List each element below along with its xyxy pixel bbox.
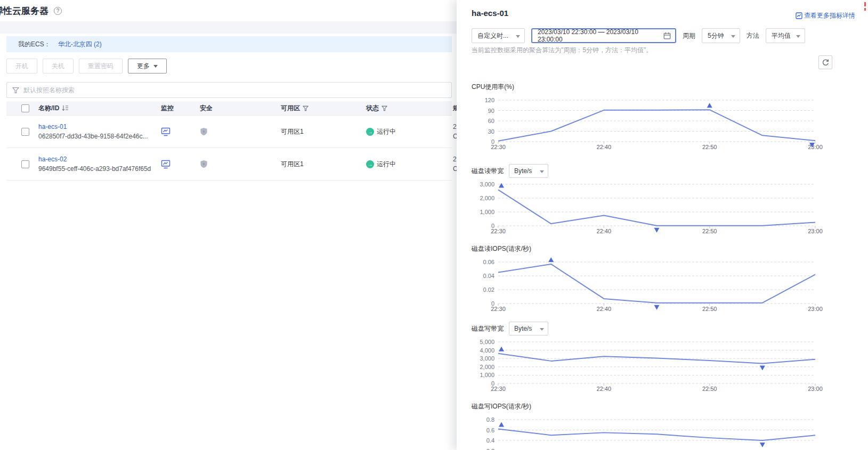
- select-all-checkbox[interactable]: [21, 104, 29, 112]
- max-marker: [707, 103, 712, 108]
- chevron-down-icon: [796, 35, 800, 38]
- col-security: 安全: [200, 104, 213, 113]
- monitor-controls: 自定义时... 2023/03/10 22:30:00 — 2023/03/10…: [472, 28, 805, 43]
- y-tick-label: 0.8: [486, 416, 494, 423]
- filter-icon: [12, 87, 19, 94]
- x-tick-label: 22:50: [702, 386, 717, 392]
- region-link[interactable]: 华北-北京四 (2): [58, 40, 102, 49]
- chevron-down-icon: [540, 328, 544, 331]
- instance-name-link[interactable]: ha-ecs-01: [38, 123, 148, 130]
- chart-unit-select[interactable]: Byte/s: [509, 322, 548, 336]
- y-tick-label: 1,000: [480, 372, 494, 378]
- min-marker: [654, 305, 660, 310]
- y-tick-label: 2,000: [480, 364, 494, 370]
- y-tick-label: 3,000: [480, 181, 494, 187]
- power-on-button[interactable]: 开机: [6, 59, 37, 73]
- drawer-title: ha-ecs-01: [472, 9, 508, 18]
- filter-icon[interactable]: [303, 105, 309, 111]
- calendar-icon: [663, 32, 671, 39]
- toolbar: 开机 关机 重置密码 更多: [6, 59, 167, 73]
- search-input[interactable]: [23, 86, 451, 94]
- method-label: 方法: [747, 31, 759, 40]
- y-tick-label: 4,000: [480, 347, 494, 354]
- chevron-down-icon: [516, 35, 520, 38]
- x-tick-label: 23:00: [808, 144, 823, 150]
- status-running-icon: →: [366, 160, 374, 168]
- table-row: ha-ecs-01 062850f7-dd3d-43be-9158-64f2e4…: [6, 116, 452, 148]
- period-label: 周期: [683, 31, 695, 40]
- filter-icon[interactable]: [382, 105, 387, 111]
- date-range-input[interactable]: 2023/03/10 22:30:00 — 2023/03/10 23:00:0…: [531, 28, 676, 43]
- page-title: 弹性云服务器: [0, 5, 48, 17]
- refresh-button[interactable]: [818, 55, 832, 69]
- min-marker: [760, 366, 765, 371]
- line-chart: 120906030022:3022:4022:5023:00: [472, 96, 845, 151]
- chart-title: 磁盘读带宽: [472, 167, 504, 176]
- chart-block: 磁盘写IOPS(请求/秒)0.80.60.40.2022:3022:4022:5…: [472, 399, 861, 450]
- time-range-select[interactable]: 自定义时...: [472, 28, 525, 43]
- instance-id: 062850f7-dd3d-43be-9158-64f2e46c...: [38, 133, 148, 140]
- status-badge: 运行中: [377, 127, 396, 136]
- chevron-down-icon: [153, 65, 158, 68]
- min-marker: [654, 228, 660, 233]
- sort-icon[interactable]: [62, 105, 69, 111]
- line-chart: 5,0004,0003,0002,0001,000022:3022:4022:5…: [472, 338, 845, 393]
- more-metrics-link[interactable]: 查看更多指标详情: [796, 11, 855, 20]
- y-tick-label: 2,000: [480, 195, 494, 201]
- max-marker: [499, 183, 504, 187]
- reset-password-button[interactable]: 重置密码: [79, 59, 123, 73]
- monitoring-drawer: ha-ecs-01 查看更多指标详情 自定义时... 2023/03/10 22…: [457, 0, 868, 450]
- method-select[interactable]: 平均值: [766, 28, 805, 43]
- search-bar[interactable]: [6, 82, 452, 98]
- charts-area: CPU使用率(%)120906030022:3022:4022:5023:00磁…: [472, 80, 861, 450]
- x-tick-label: 22:30: [491, 386, 506, 392]
- x-tick-label: 23:00: [808, 386, 823, 392]
- col-monitor: 监控: [161, 104, 174, 113]
- chart-block: 磁盘读带宽Byte/s3,0002,0001,000022:3022:4022:…: [472, 164, 861, 235]
- x-tick-label: 22:30: [491, 144, 506, 150]
- chart-unit-value: Byte/s: [514, 325, 532, 332]
- refresh-icon: [822, 59, 830, 67]
- y-tick-label: 0.2: [486, 448, 494, 450]
- max-marker: [548, 257, 554, 262]
- chart-unit-select[interactable]: Byte/s: [509, 164, 548, 178]
- more-button[interactable]: 更多: [128, 59, 167, 73]
- status-running-icon: →: [366, 128, 374, 136]
- help-icon[interactable]: ?: [54, 7, 62, 15]
- x-tick-label: 23:00: [808, 228, 823, 234]
- az-value: 可用区1: [281, 127, 304, 136]
- chart-block: 磁盘写带宽Byte/s5,0004,0003,0002,0001,000022:…: [472, 322, 861, 393]
- line-chart: 0.80.60.40.2022:3022:4022:5023:00: [472, 415, 845, 450]
- max-marker: [499, 422, 504, 427]
- y-tick-label: 5,000: [480, 339, 494, 345]
- chart-block: 磁盘读IOPS(请求/秒)0.060.040.02022:3022:4022:5…: [472, 242, 861, 313]
- shield-icon[interactable]: [200, 127, 208, 136]
- row-checkbox[interactable]: [21, 128, 29, 136]
- monitor-icon[interactable]: [161, 127, 171, 136]
- shield-icon[interactable]: [200, 160, 208, 168]
- instance-name-link[interactable]: ha-ecs-02: [38, 156, 151, 163]
- instance-id: 9649bf55-ceff-406c-a293-bd7af476f65d: [38, 165, 151, 173]
- monitor-icon[interactable]: [161, 160, 171, 169]
- chevron-down-icon: [731, 35, 735, 38]
- ecs-console-page: 弹性云服务器 ? 我的ECS： 华北-北京四 (2) 开机 关机 重置密码 更多…: [0, 0, 868, 450]
- col-status: 状态: [366, 104, 379, 113]
- x-tick-label: 22:50: [702, 306, 717, 312]
- y-tick-label: 0.02: [483, 287, 494, 293]
- region-banner: 我的ECS： 华北-北京四 (2): [6, 36, 452, 52]
- period-select[interactable]: 5分钟: [702, 28, 740, 43]
- row-checkbox[interactable]: [21, 160, 29, 168]
- y-tick-label: 0.04: [483, 273, 494, 279]
- scrollbar-artifact: [864, 2, 866, 6]
- table-row: ha-ecs-02 9649bf55-ceff-406c-a293-bd7af4…: [6, 148, 452, 181]
- y-tick-label: 3,000: [480, 355, 494, 362]
- aggregation-note: 当前监控数据采用的聚合算法为"周期：5分钟，方法：平均值"。: [472, 46, 652, 55]
- data-line: [498, 429, 815, 440]
- metrics-chart-icon: [796, 12, 802, 19]
- power-off-button[interactable]: 关机: [43, 59, 74, 73]
- status-badge: 运行中: [377, 160, 396, 169]
- chevron-down-icon: [540, 170, 544, 173]
- y-tick-label: 0.06: [483, 259, 494, 265]
- scrollbar-artifact: [864, 8, 866, 11]
- x-tick-label: 22:40: [597, 144, 612, 150]
